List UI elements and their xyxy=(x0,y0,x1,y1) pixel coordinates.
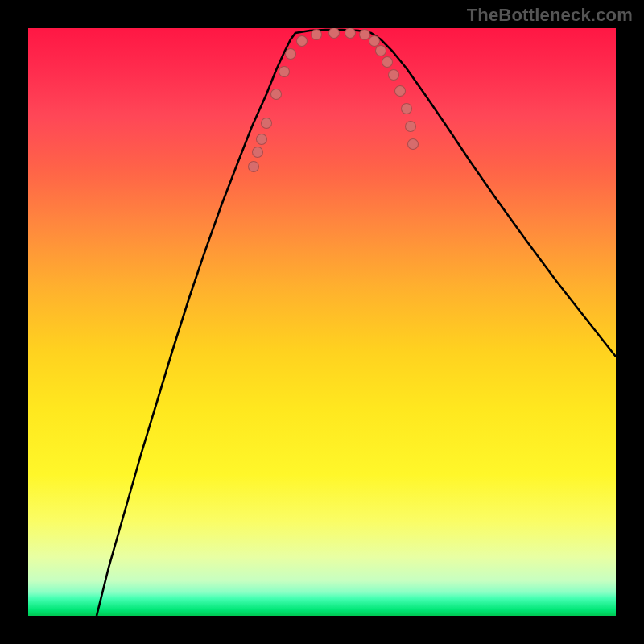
plot-area xyxy=(28,28,616,616)
marker-dot xyxy=(256,134,267,145)
curve-svg xyxy=(28,28,616,616)
marker-dot xyxy=(401,103,412,114)
marker-dot xyxy=(261,118,272,129)
marker-dot xyxy=(311,29,322,40)
chart-frame: TheBottleneck.com xyxy=(0,0,644,644)
marker-dot xyxy=(375,45,386,56)
marker-dot xyxy=(388,69,399,80)
watermark-text: TheBottleneck.com xyxy=(467,5,633,26)
marker-dot xyxy=(270,89,282,100)
marker-dot xyxy=(407,138,419,150)
marker-dot xyxy=(394,85,406,97)
marker-dot xyxy=(285,48,296,60)
marker-dot xyxy=(296,35,308,47)
marker-dot xyxy=(248,161,259,172)
marker-dot xyxy=(252,147,263,158)
marker-dot xyxy=(405,121,416,132)
bottleneck-curve xyxy=(97,30,616,616)
marker-dot xyxy=(279,66,290,77)
marker-dot xyxy=(382,56,393,68)
